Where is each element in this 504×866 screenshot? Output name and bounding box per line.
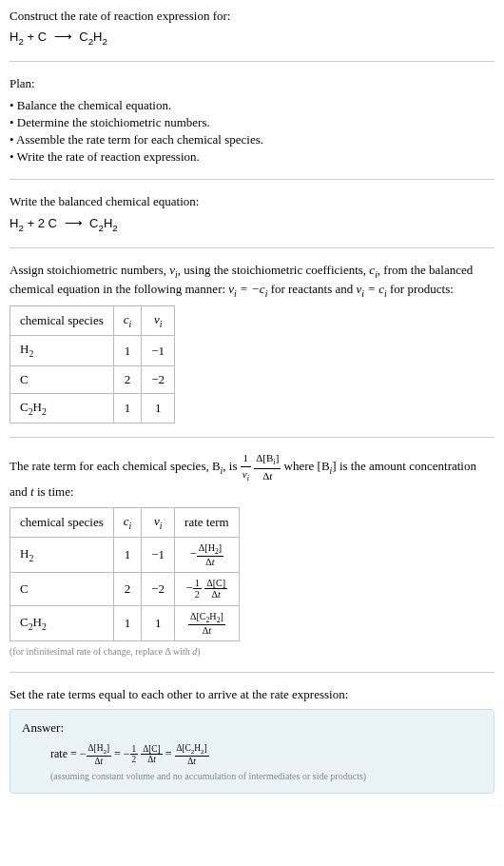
plan-list: • Balance the chemical equation. • Deter… <box>10 97 494 167</box>
divider <box>10 179 494 180</box>
coef-fraction: 12 <box>130 744 139 765</box>
cell-c: 1 <box>113 605 142 641</box>
table-row: C 2 −2 −12 Δ[C]Δt <box>10 573 240 605</box>
cell-rateterm: −12 Δ[C]Δt <box>175 573 240 605</box>
relation: νi = ci <box>357 282 387 296</box>
rate-label: rate = <box>50 747 80 760</box>
text: Assign stoichiometric numbers, <box>10 263 169 277</box>
denominator: 2 <box>193 589 202 600</box>
header-species: chemical species <box>10 306 114 336</box>
numerator: 1 <box>241 451 251 466</box>
cell-species: C <box>10 365 114 393</box>
equation-text: H2 + C ⟶ C2H2 <box>10 30 107 44</box>
fraction: Δ[C2H2]Δt <box>188 611 225 637</box>
table-row: C 2 −2 <box>10 365 175 393</box>
balanced-equation: H2 + 2 C ⟶ C2H2 <box>10 215 494 234</box>
rateterm-footnote: (for infinitesimal rate of change, repla… <box>10 645 494 659</box>
fraction: Δ[C]Δt <box>141 744 162 765</box>
fraction: 1νi <box>241 451 251 483</box>
cell-rateterm: Δ[C2H2]Δt <box>175 605 240 641</box>
numerator: Δ[H2] <box>87 743 112 758</box>
text: where [B <box>284 459 330 473</box>
cell-nu: 1 <box>142 605 175 641</box>
header-ci: ci <box>113 306 142 336</box>
cell-species: C2H2 <box>10 605 114 641</box>
stoich-table: chemical species ci νi H2 1 −1 C 2 −2 C2… <box>10 305 175 423</box>
numerator: Δ[C2H2] <box>188 611 225 625</box>
balanced-section: Write the balanced chemical equation: H2… <box>10 193 494 233</box>
balanced-title: Write the balanced chemical equation: <box>10 193 494 210</box>
denominator: Δt <box>87 757 112 766</box>
answer-box: Answer: rate = −Δ[H2]Δt = −12 Δ[C]Δt = Δ… <box>10 709 494 794</box>
divider <box>10 437 494 438</box>
fraction: Δ[H2]Δt <box>197 542 223 568</box>
cell-nu: −2 <box>142 365 175 393</box>
rateterm-section: The rate term for each chemical species,… <box>10 451 494 659</box>
assumption-note: (assuming constant volume and no accumul… <box>50 770 482 783</box>
header-nui: νi <box>142 306 175 336</box>
header-species: chemical species <box>10 507 114 537</box>
cell-nu: −1 <box>142 537 175 573</box>
text: , using the stoichiometric coefficients, <box>178 263 370 277</box>
cell-species: H2 <box>10 336 114 365</box>
sign: − <box>189 546 196 561</box>
fraction: Δ[C]Δt <box>204 578 227 600</box>
answer-label: Answer: <box>22 719 482 737</box>
plan-section: Plan: • Balance the chemical equation. •… <box>10 75 494 166</box>
table-row: C2H2 1 1 <box>10 393 175 423</box>
cell-nu: 1 <box>142 393 175 423</box>
list-item: • Assemble the rate term for each chemic… <box>10 131 494 148</box>
stoich-intro: Assign stoichiometric numbers, νi, using… <box>10 262 494 300</box>
cell-c: 1 <box>113 336 142 365</box>
text: The rate term for each chemical species,… <box>10 459 221 473</box>
table-row: C2H2 1 1 Δ[C2H2]Δt <box>10 605 240 641</box>
fraction: Δ[H2]Δt <box>87 743 112 767</box>
denominator: Δt <box>175 757 209 766</box>
table-row: H2 1 −1 −Δ[H2]Δt <box>10 537 240 573</box>
denominator: νi <box>241 467 251 484</box>
numerator: 1 <box>193 578 202 589</box>
text: , is <box>223 459 240 473</box>
rateterm-table: chemical species ci νi rate term H2 1 −1… <box>10 507 240 642</box>
cell-nu: −2 <box>142 573 175 605</box>
numerator: Δ[C] <box>204 578 227 589</box>
coef-fraction: 12 <box>193 578 202 600</box>
denominator: Δt <box>188 625 225 636</box>
header-ci: ci <box>113 507 142 537</box>
numerator: Δ[Bi] <box>254 451 281 469</box>
c-var: ci <box>369 263 378 277</box>
relation: νi = −ci <box>228 282 267 296</box>
divider <box>10 672 494 673</box>
list-item: • Determine the stoichiometric numbers. <box>10 114 494 131</box>
denominator: Δt <box>204 589 227 600</box>
prompt-section: Construct the rate of reaction expressio… <box>10 8 494 48</box>
stoich-section: Assign stoichiometric numbers, νi, using… <box>10 262 494 423</box>
divider <box>10 247 494 248</box>
cell-rateterm: −Δ[H2]Δt <box>175 537 240 573</box>
table-row: H2 1 −1 <box>10 336 175 365</box>
prompt-title: Construct the rate of reaction expressio… <box>10 8 494 25</box>
cell-c: 1 <box>113 393 142 423</box>
numerator: 1 <box>130 744 139 755</box>
header-rateterm: rate term <box>175 507 240 537</box>
text: for reactants and <box>267 282 356 296</box>
table-header-row: chemical species ci νi <box>10 306 175 336</box>
rateterm-intro: The rate term for each chemical species,… <box>10 451 494 501</box>
equation-text: H2 + 2 C ⟶ C2H2 <box>10 216 118 230</box>
divider <box>10 61 494 62</box>
nu-var: νi <box>169 263 178 277</box>
cell-c: 2 <box>113 573 142 605</box>
fraction: Δ[Bi]Δt <box>254 451 281 483</box>
list-item: • Balance the chemical equation. <box>10 97 494 114</box>
prompt-equation: H2 + C ⟶ C2H2 <box>10 29 494 48</box>
final-intro: Set the rate terms equal to each other t… <box>10 686 494 703</box>
table-header-row: chemical species ci νi rate term <box>10 507 240 537</box>
numerator: Δ[C] <box>141 744 162 755</box>
sign: − <box>186 581 193 595</box>
cell-species: C2H2 <box>10 393 114 423</box>
denominator: Δt <box>254 469 281 483</box>
plan-title: Plan: <box>10 75 494 92</box>
answer-equation: rate = −Δ[H2]Δt = −12 Δ[C]Δt = Δ[C2H2]Δt <box>50 743 482 767</box>
denominator: Δt <box>197 557 223 567</box>
cell-c: 2 <box>113 365 142 393</box>
